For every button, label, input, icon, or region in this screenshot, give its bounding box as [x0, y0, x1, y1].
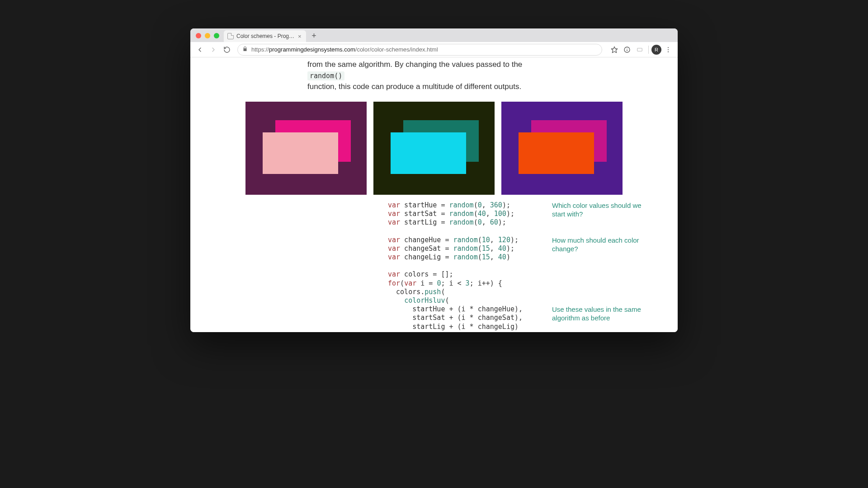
tab-title: Color schemes - Programming: [236, 33, 295, 39]
toolbar: https://programmingdesignsystems.com/col…: [190, 42, 678, 57]
profile-avatar[interactable]: R: [651, 45, 661, 55]
titlebar: Color schemes - Programming × +: [190, 28, 678, 42]
swatch-2-rect-front: [391, 132, 466, 174]
page-viewport[interactable]: from the same algorithm. By changing the…: [190, 57, 678, 332]
svg-point-6: [668, 49, 669, 50]
page-content: from the same algorithm. By changing the…: [190, 59, 678, 332]
toolbar-separator: [648, 46, 649, 54]
browser-window: Color schemes - Programming × + https://…: [190, 28, 678, 332]
swatch-2: [373, 102, 495, 195]
body-paragraph: from the same algorithm. By changing the…: [307, 59, 561, 93]
site-info-button[interactable]: [621, 44, 633, 56]
new-tab-button[interactable]: +: [309, 30, 320, 41]
svg-point-5: [668, 47, 669, 48]
swatch-1-rect-front: [263, 132, 338, 174]
back-button[interactable]: [194, 44, 206, 56]
code-listing: Which color values should we start with?…: [388, 201, 652, 332]
forward-button[interactable]: [208, 44, 219, 56]
annotation-2: How much should each color change?: [552, 236, 649, 253]
address-bar[interactable]: https://programmingdesignsystems.com/col…: [237, 44, 602, 56]
kebab-menu-button[interactable]: [662, 44, 674, 56]
minimize-window-button[interactable]: [205, 33, 210, 38]
example-swatches: [190, 102, 678, 195]
extension-button[interactable]: [634, 44, 646, 56]
bookmark-button[interactable]: [609, 44, 620, 56]
maximize-window-button[interactable]: [214, 33, 219, 38]
avatar-initial: R: [655, 47, 658, 52]
svg-marker-0: [611, 47, 617, 52]
browser-tab[interactable]: Color schemes - Programming ×: [224, 30, 306, 42]
reload-button[interactable]: [221, 44, 233, 56]
annotation-1: Which color values should we start with?: [552, 201, 649, 219]
svg-rect-4: [637, 48, 642, 51]
lock-icon: [242, 46, 248, 53]
inline-code: random(): [307, 71, 344, 80]
annotation-3: Use these values in the same algorithm a…: [552, 305, 649, 323]
close-window-button[interactable]: [196, 33, 201, 38]
swatch-1: [245, 102, 367, 195]
svg-point-7: [668, 51, 669, 52]
url-text: https://programmingdesignsystems.com/col…: [251, 46, 438, 53]
close-tab-button[interactable]: ×: [298, 33, 302, 40]
page-icon: [227, 33, 234, 39]
swatch-3: [501, 102, 623, 195]
window-controls: [196, 33, 219, 38]
swatch-3-rect-front: [519, 132, 594, 174]
